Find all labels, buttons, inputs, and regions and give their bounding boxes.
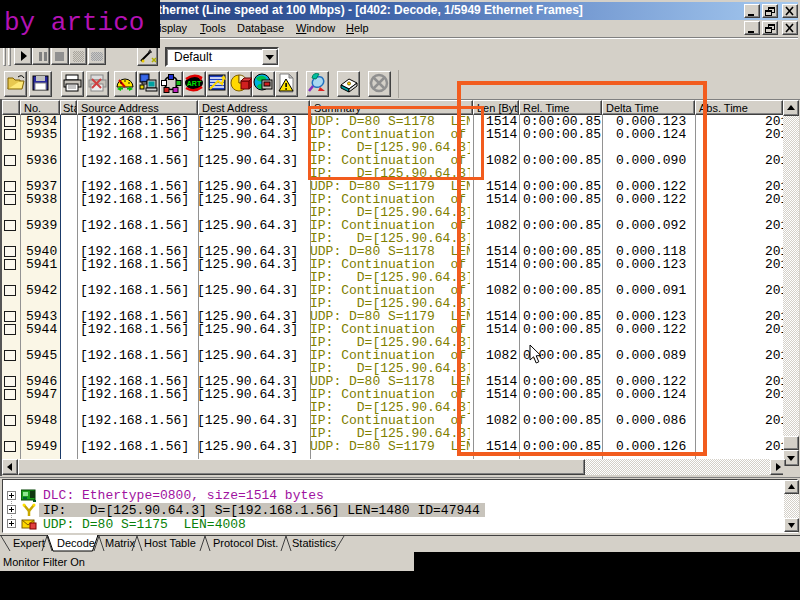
svg-text:Statistics: Statistics xyxy=(292,537,337,549)
svg-text:Protocol Dist.: Protocol Dist. xyxy=(213,537,278,549)
svg-text:Matrix: Matrix xyxy=(105,537,135,549)
svg-text:Host Table: Host Table xyxy=(144,537,196,549)
svg-text:Decode: Decode xyxy=(57,537,95,549)
svg-text:Expert: Expert xyxy=(13,537,45,549)
svg-text:ART: ART xyxy=(187,80,202,87)
